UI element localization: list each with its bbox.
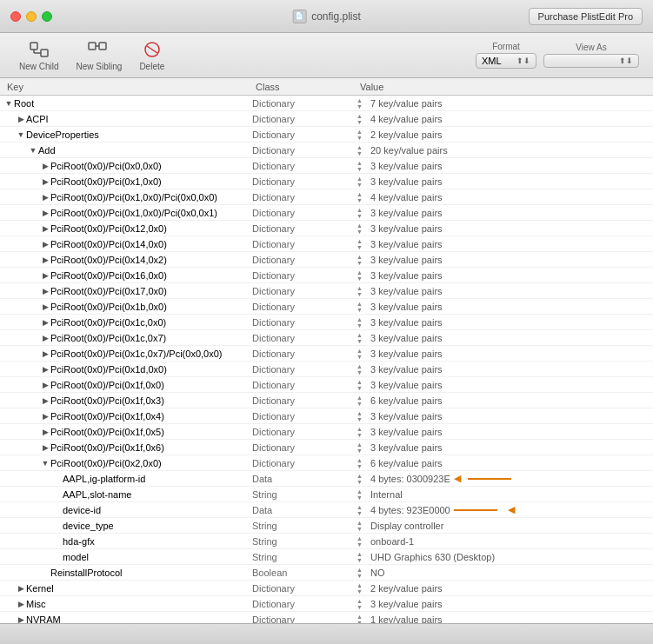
value-stepper[interactable]: ▲▼ [356,129,365,141]
table-row[interactable]: AAPL,ig-platform-idData▲▼4 bytes: 030092… [0,471,653,487]
table-row[interactable]: ▶PciRoot(0x0)/Pci(0x1c,0x7)Dictionary▲▼3… [0,330,653,346]
expand-button[interactable]: ▶ [40,302,50,312]
expand-button[interactable]: ▶ [40,442,50,453]
value-stepper[interactable]: ▲▼ [356,520,365,532]
table-row[interactable]: ▶PciRoot(0x0)/Pci(0x0,0x0)Dictionary▲▼3 … [0,158,653,174]
table-row[interactable]: ▶PciRoot(0x0)/Pci(0x1f,0x3)Dictionary▲▼6… [0,393,653,408]
value-stepper[interactable]: ▲▼ [356,410,365,422]
table-row[interactable]: ▶NVRAMDictionary▲▼1 key/value pairs [0,612,653,623]
delete-button[interactable]: Delete [130,36,173,75]
expand-button[interactable]: ▶ [16,583,26,594]
value-stepper[interactable]: ▲▼ [356,348,365,360]
viewas-selector[interactable]: View As ⬆⬇ [543,43,639,68]
table-row[interactable]: ▶PciRoot(0x0)/Pci(0x1f,0x6)Dictionary▲▼3… [0,440,653,455]
expand-button[interactable]: ▶ [40,223,50,234]
value-stepper[interactable]: ▲▼ [356,442,365,454]
expand-button[interactable]: ▶ [40,192,50,202]
table-row[interactable]: AAPL,slot-nameString▲▼Internal [0,487,653,502]
table-row[interactable]: ▶PciRoot(0x0)/Pci(0x1,0x0)/Pci(0x0,0x0)D… [0,189,653,205]
value-stepper[interactable]: ▲▼ [356,207,365,219]
expand-button[interactable]: ▼ [28,145,38,156]
value-stepper[interactable]: ▲▼ [356,269,365,282]
table-row[interactable]: ▼PciRoot(0x0)/Pci(0x2,0x0)Dictionary▲▼6 … [0,455,653,471]
expand-button[interactable]: ▼ [40,458,50,468]
table-row[interactable]: ▼RootDictionary▲▼7 key/value pairs [0,96,653,111]
table-row[interactable]: ▶PciRoot(0x0)/Pci(0x1b,0x0)Dictionary▲▼3… [0,299,653,315]
expand-button[interactable]: ▶ [40,411,50,422]
value-stepper[interactable]: ▲▼ [356,582,365,594]
table-row[interactable]: hda-gfxString▲▼onboard-1 [0,534,653,549]
value-stepper[interactable]: ▲▼ [356,551,365,563]
expand-button[interactable]: ▶ [40,161,50,171]
value-stepper[interactable]: ▲▼ [356,457,365,469]
value-stepper[interactable]: ▲▼ [356,316,365,329]
expand-button[interactable]: ▶ [40,364,50,375]
expand-button[interactable]: ▶ [40,317,50,328]
table-row[interactable]: ▶PciRoot(0x0)/Pci(0x1d,0x0)Dictionary▲▼3… [0,362,653,377]
format-dropdown[interactable]: XML ⬆⬇ [476,53,536,69]
table-row[interactable]: ▶ACPIDictionary▲▼4 key/value pairs [0,111,653,127]
table-row[interactable]: ▶PciRoot(0x0)/Pci(0x12,0x0)Dictionary▲▼3… [0,221,653,236]
table-row[interactable]: ▶MiscDictionary▲▼3 key/value pairs [0,596,653,612]
expand-button[interactable]: ▶ [40,239,50,249]
expand-button[interactable]: ▶ [40,349,50,359]
value-stepper[interactable]: ▲▼ [356,598,365,610]
value-stepper[interactable]: ▲▼ [356,379,365,391]
table-row[interactable]: modelString▲▼UHD Graphics 630 (Desktop) [0,549,653,565]
value-stepper[interactable]: ▲▼ [356,614,365,624]
expand-button[interactable]: ▶ [40,380,50,390]
table-row[interactable]: ▶PciRoot(0x0)/Pci(0x1f,0x0)Dictionary▲▼3… [0,377,653,393]
table-row[interactable]: ▶PciRoot(0x0)/Pci(0x1c,0x0)Dictionary▲▼3… [0,315,653,330]
value-stepper[interactable]: ▲▼ [356,395,365,407]
value-stepper[interactable]: ▲▼ [356,488,365,501]
table-row[interactable]: ▶PciRoot(0x0)/Pci(0x1,0x0)Dictionary▲▼3 … [0,174,653,189]
expand-button[interactable]: ▶ [40,255,50,265]
table-row[interactable]: ▶PciRoot(0x0)/Pci(0x1,0x0)/Pci(0x0,0x1)D… [0,205,653,221]
value-stepper[interactable]: ▲▼ [356,113,365,125]
value-stepper[interactable]: ▲▼ [356,535,365,548]
value-stepper[interactable]: ▲▼ [356,176,365,188]
close-button[interactable] [10,11,21,22]
table-row[interactable]: ▶KernelDictionary▲▼2 key/value pairs [0,581,653,596]
value-stepper[interactable]: ▲▼ [356,254,365,266]
format-selector[interactable]: Format XML ⬆⬇ [476,42,536,69]
value-stepper[interactable]: ▲▼ [356,426,365,438]
table-row[interactable]: ▶PciRoot(0x0)/Pci(0x1f,0x4)Dictionary▲▼3… [0,408,653,424]
maximize-button[interactable] [42,11,52,22]
value-stepper[interactable]: ▲▼ [356,160,365,172]
new-sibling-button[interactable]: New Sibling [68,36,131,75]
value-stepper[interactable]: ▲▼ [356,567,365,579]
purchase-button[interactable]: Purchase PlistEdit Pro [529,8,643,25]
expand-button[interactable]: ▶ [40,395,50,406]
value-stepper[interactable]: ▲▼ [356,473,365,485]
expand-button[interactable]: ▶ [16,614,26,624]
expand-button[interactable]: ▶ [16,599,26,609]
window-controls[interactable] [10,11,52,22]
value-stepper[interactable]: ▲▼ [356,363,365,375]
table-row[interactable]: ReinstallProtocolBoolean▲▼NO [0,565,653,581]
value-stepper[interactable]: ▲▼ [356,332,365,344]
value-stepper[interactable]: ▲▼ [356,191,365,203]
expand-button[interactable]: ▶ [40,333,50,343]
value-stepper[interactable]: ▲▼ [356,504,365,516]
table-row[interactable]: device_typeString▲▼Display controller [0,518,653,534]
table-row[interactable]: ▶PciRoot(0x0)/Pci(0x1c,0x7)/Pci(0x0,0x0)… [0,346,653,362]
minimize-button[interactable] [26,11,37,22]
value-stepper[interactable]: ▲▼ [356,285,365,297]
value-stepper[interactable]: ▲▼ [356,238,365,250]
value-stepper[interactable]: ▲▼ [356,301,365,313]
table-row[interactable]: device-idData▲▼4 bytes: 923E0000◀ [0,502,653,518]
expand-button[interactable]: ▼ [16,129,26,140]
value-stepper[interactable]: ▲▼ [356,144,365,156]
expand-button[interactable]: ▶ [16,114,26,124]
table-row[interactable]: ▼AddDictionary▲▼20 key/value pairs [0,143,653,158]
expand-button[interactable]: ▶ [40,286,50,296]
table-row[interactable]: ▶PciRoot(0x0)/Pci(0x14,0x0)Dictionary▲▼3… [0,236,653,252]
table-row[interactable]: ▶PciRoot(0x0)/Pci(0x17,0x0)Dictionary▲▼3… [0,283,653,299]
expand-button[interactable]: ▶ [40,176,50,187]
value-stepper[interactable]: ▲▼ [356,97,365,110]
table-row[interactable]: ▶PciRoot(0x0)/Pci(0x16,0x0)Dictionary▲▼3… [0,268,653,283]
expand-button[interactable]: ▼ [3,98,14,109]
expand-button[interactable]: ▶ [40,427,50,437]
expand-button[interactable]: ▶ [40,270,50,281]
